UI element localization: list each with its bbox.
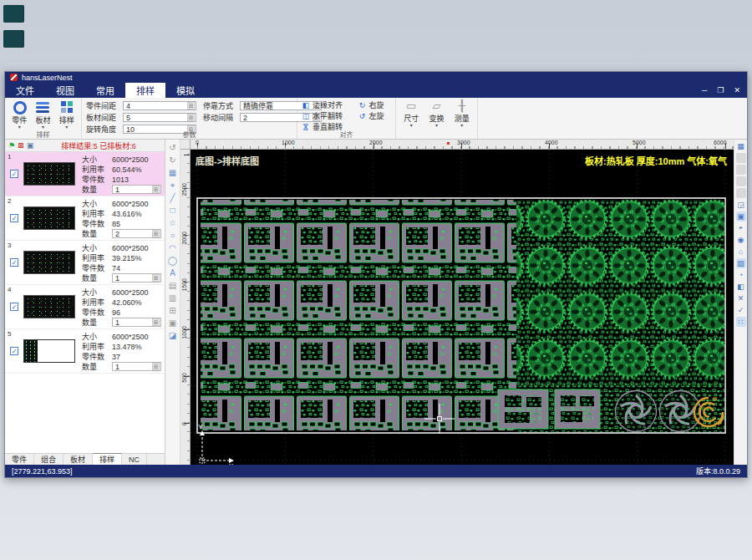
results-summary: 排样结果:5 已排板材:6 <box>36 140 161 151</box>
tab-plates[interactable]: 板材 <box>64 454 93 465</box>
stepper-icon[interactable]: ⊞ <box>152 186 160 193</box>
nesting-view: Y X <box>191 150 734 465</box>
circle-icon[interactable]: ○ <box>167 229 179 242</box>
view-toolbar: ▦ ◲ ▣ ◓ ◉ ⌂ ▧ ◔ ◧ ✕ ✓ ∷ <box>734 140 747 465</box>
draw-toolbar: ↺ ↻ ▦ ⌖ ╱ □ ☆ ○ ◠ ◯ A ▤ ▥ ⊞ ▣ ◪ <box>165 140 180 465</box>
item-checkbox[interactable]: ✓ <box>10 214 18 222</box>
select-icon[interactable]: ◪ <box>167 329 179 342</box>
parts-icon <box>11 100 28 114</box>
tab-simulate[interactable]: 模拟 <box>165 83 206 98</box>
stepper-icon[interactable]: ⊞ <box>187 102 195 109</box>
parts-button[interactable]: 零件 ▾ <box>9 99 29 130</box>
ellipse-icon[interactable]: ◯ <box>167 254 179 267</box>
side-tool-icon[interactable] <box>736 153 746 163</box>
cancel-icon[interactable]: ✕ <box>736 293 746 303</box>
minimize-button[interactable]: ─ <box>702 86 707 94</box>
side-tool-icon[interactable] <box>736 165 746 175</box>
close-button[interactable]: ✕ <box>734 86 740 94</box>
stepper-icon[interactable]: ⊞ <box>152 363 160 370</box>
home-view-icon[interactable]: ⌂ <box>736 247 746 257</box>
rotate-right-button[interactable]: ↻ 右旋 <box>358 99 392 110</box>
print-icon[interactable]: ▤ <box>167 279 179 292</box>
arc-icon[interactable]: ◠ <box>167 242 179 254</box>
horizontal-flip-button[interactable]: ◫ 水平翻转 <box>302 110 350 121</box>
tab-view[interactable]: 视图 <box>45 83 85 98</box>
title-bar: hansLaserNest <box>5 72 747 83</box>
edge-align-button[interactable]: ◧ 边缘对齐 <box>302 99 350 110</box>
item-checkbox[interactable]: ✓ <box>10 347 18 355</box>
comment-icon[interactable]: ◓ <box>736 223 746 233</box>
chevron-down-icon: ▾ <box>435 124 438 127</box>
grid-view-icon[interactable]: ∷ <box>736 317 746 327</box>
measure-icon: ╂ <box>459 99 465 112</box>
quantity-input[interactable]: 1⊞ <box>112 318 161 327</box>
desktop-icon[interactable] <box>3 5 24 23</box>
dock-mode-label: 停靠方式 <box>203 100 240 111</box>
layers-icon[interactable]: ▣ <box>167 317 179 329</box>
redo-icon[interactable]: ↻ <box>167 154 179 166</box>
tab-parts[interactable]: 零件 <box>5 454 34 465</box>
nest-result-item[interactable]: 5 ✓ 大小6000*2500 利用率13.478% 零件数37 数量 1⊞ <box>5 329 165 374</box>
star-icon[interactable]: ☆ <box>167 216 179 229</box>
item-checkbox[interactable]: ✓ <box>10 303 18 311</box>
maximize-button[interactable]: ❐ <box>717 86 724 94</box>
nest-button[interactable]: 排样 ▾ <box>57 99 77 130</box>
stepper-icon[interactable]: ⊞ <box>187 114 195 121</box>
size-icon: ▭ <box>406 99 416 112</box>
nest-result-item[interactable]: 1 ✓ 大小6000*2500 利用率60.544% 零件数1013 数量 1⊞ <box>5 152 165 196</box>
results-list: 1 ✓ 大小6000*2500 利用率60.544% 零件数1013 数量 1⊞… <box>5 152 165 453</box>
stepper-icon[interactable]: ⊞ <box>152 318 160 326</box>
start-flag-icon[interactable]: ⚑ <box>8 141 15 150</box>
desktop-icon[interactable] <box>3 30 24 48</box>
tab-file[interactable]: 文件 <box>5 83 45 98</box>
clock-icon[interactable]: ◔ <box>736 270 746 280</box>
draw-view-icon[interactable]: ◲ <box>736 200 746 210</box>
text-icon[interactable]: A <box>167 267 179 279</box>
item-checkbox[interactable]: ✓ <box>10 170 18 178</box>
quantity-input[interactable]: 1⊞ <box>112 273 161 283</box>
thumbnail-icon[interactable]: ▦ <box>736 141 746 151</box>
item-checkbox[interactable]: ✓ <box>10 258 18 267</box>
transform-button[interactable]: ▱ 变换 ▾ <box>425 99 447 130</box>
delete-result-icon[interactable]: ⊠ <box>18 141 24 150</box>
quantity-input[interactable]: 1⊞ <box>112 185 161 194</box>
rotate-right-icon: ↻ <box>358 101 367 109</box>
side-tool-icon[interactable] <box>736 188 746 198</box>
target-icon[interactable]: ◉ <box>736 235 746 245</box>
palette-icon[interactable]: ▧ <box>736 258 746 268</box>
plate-button[interactable]: 板材 ▾ <box>33 99 53 130</box>
confirm-icon[interactable]: ✓ <box>736 305 746 315</box>
plate-gap-input[interactable]: 5 ⊞ <box>123 113 196 122</box>
group-label: 对齐 <box>297 130 395 139</box>
monitor-view-icon[interactable]: ▣ <box>736 211 746 221</box>
stepper-icon[interactable]: ⊞ <box>152 274 160 282</box>
panel-icon[interactable]: ◧ <box>736 282 746 292</box>
grid-icon[interactable]: ▥ <box>167 292 179 304</box>
copy-result-icon[interactable]: ▣ <box>27 141 34 150</box>
line-icon[interactable]: ╱ <box>167 191 179 204</box>
side-tool-icon[interactable] <box>736 176 746 186</box>
part-gap-input[interactable]: 4 ⊞ <box>123 101 196 110</box>
measure-button[interactable]: ╂ 测量 ▾ <box>451 99 473 130</box>
tab-nesting[interactable]: 排样 <box>125 83 165 98</box>
panel-tab-bar: 零件 组合 板材 排样 NC <box>5 453 165 465</box>
nest-result-item[interactable]: 3 ✓ 大小6000*2500 利用率39.215% 零件数74 数量 1⊞ <box>5 241 165 285</box>
stepper-icon[interactable]: ⊞ <box>152 230 160 237</box>
snap-icon[interactable]: ⊞ <box>167 304 179 317</box>
quantity-input[interactable]: 2⊞ <box>112 229 161 238</box>
image-icon[interactable]: ▦ <box>167 166 179 179</box>
tab-common[interactable]: 常用 <box>85 83 125 98</box>
nest-result-item[interactable]: 2 ✓ 大小6000*2500 利用率43.616% 零件数85 数量 2⊞ <box>5 196 165 241</box>
rect-icon[interactable]: □ <box>167 204 179 216</box>
drawing-area[interactable]: Y X 底图->排样底图 板材:热轧板 厚度:10mm 气体:氧气 <box>191 150 734 465</box>
quantity-input[interactable]: 1⊞ <box>112 362 161 371</box>
tab-groups[interactable]: 组合 <box>34 454 64 465</box>
tab-nc[interactable]: NC <box>122 454 147 465</box>
undo-icon[interactable]: ↺ <box>167 141 179 154</box>
size-button[interactable]: ▭ 尺寸 ▾ <box>400 99 422 130</box>
nest-result-item[interactable]: 4 ✓ 大小6000*2500 利用率42.060% 零件数96 数量 1⊞ <box>5 285 165 329</box>
results-panel: ⚑ ⊠ ▣ 排样结果:5 已排板材:6 1 ✓ 大小6000*2500 利用率6… <box>5 140 165 465</box>
rotate-left-button[interactable]: ↺ 左旋 <box>358 110 392 121</box>
zoom-icon[interactable]: ⌖ <box>167 179 179 191</box>
tab-nest-results[interactable]: 排样 <box>93 453 122 465</box>
